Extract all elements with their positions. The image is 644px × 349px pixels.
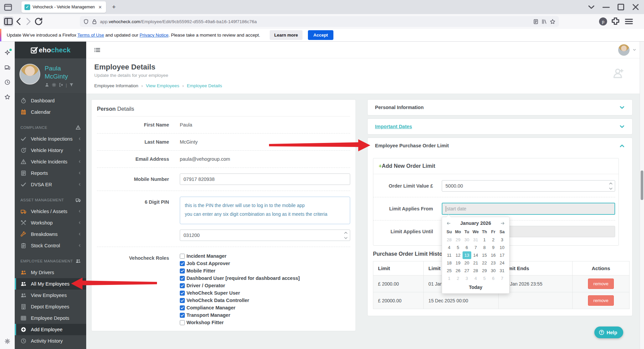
mobile-number-input[interactable] <box>180 173 350 185</box>
role-dashboard-user-required-for-dashboard-access[interactable]: Dashboard User [required for dashboard a… <box>180 276 350 281</box>
role-mobile-fitter[interactable]: Mobile Fitter <box>180 268 350 273</box>
sidebar-item-add-employee[interactable]: Add Employee <box>15 324 86 335</box>
calendar-day[interactable]: 28 <box>445 236 453 244</box>
sidebar-item-workshop[interactable]: Workshop <box>15 217 86 229</box>
calendar-day[interactable]: 21 <box>471 259 480 267</box>
calendar-day[interactable]: 31 <box>498 267 506 275</box>
calendar-day[interactable]: 2 <box>453 275 462 282</box>
role-workshop-fitter[interactable]: Workshop Fitter <box>180 320 350 325</box>
shield-icon[interactable] <box>83 19 89 24</box>
calendar-day[interactable]: 29 <box>453 236 462 244</box>
sidebar-item-view-employees[interactable]: View Employees <box>15 290 86 301</box>
calendar-day[interactable]: 27 <box>463 267 471 275</box>
checkbox-icon[interactable] <box>180 261 185 266</box>
restore-icon[interactable] <box>616 2 626 12</box>
reload-icon[interactable] <box>34 16 44 27</box>
accept-button[interactable]: Accept <box>308 30 333 40</box>
firefox-profile-icon[interactable]: p <box>599 17 607 26</box>
calendar-day[interactable]: 10 <box>498 244 506 251</box>
breadcrumb-link-view-employees[interactable]: View Employees <box>146 83 179 88</box>
save-to-library-icon[interactable] <box>541 19 547 24</box>
lock-icon[interactable] <box>92 19 97 24</box>
calendar-day[interactable]: 15 <box>480 251 489 259</box>
role-driver-operator[interactable]: Driver / Operator <box>180 283 350 288</box>
calendar-day[interactable]: 24 <box>498 259 506 267</box>
calendar-day[interactable]: 12 <box>453 251 462 259</box>
topbar-user[interactable] <box>618 44 637 56</box>
calendar-day[interactable]: 17 <box>498 251 506 259</box>
role-vehocheck-data-controller[interactable]: VehoCheck Data Controller <box>180 298 350 303</box>
calendar-day[interactable]: 5 <box>480 275 489 282</box>
sidebar-item-all-my-employees[interactable]: All My Employees <box>15 278 86 290</box>
sidebar-item-dashboard[interactable]: Dashboard <box>15 95 86 106</box>
checkbox-icon[interactable] <box>180 305 185 310</box>
sidebar-item-my-drivers[interactable]: My Drivers <box>15 267 86 278</box>
bookmarks-icon[interactable] <box>4 94 10 100</box>
calendar-day[interactable]: 30 <box>463 236 471 244</box>
checkbox-icon[interactable] <box>180 254 185 259</box>
checkbox-icon[interactable] <box>180 283 185 288</box>
extensions-icon[interactable] <box>610 16 621 27</box>
app-menu-icon[interactable] <box>624 16 634 27</box>
calendar-day[interactable]: 9 <box>489 244 497 251</box>
sidebar-item-reports[interactable]: Reports <box>15 167 86 179</box>
calendar-day[interactable]: 7 <box>498 275 506 282</box>
list-all-tabs-icon[interactable] <box>586 2 596 12</box>
calendar-day[interactable]: 31 <box>471 236 480 244</box>
calendar-day[interactable]: 8 <box>480 244 489 251</box>
calendar-day[interactable]: 30 <box>489 267 497 275</box>
calendar-day[interactable]: 16 <box>489 251 497 259</box>
previous-month-icon[interactable] <box>446 221 451 226</box>
close-icon[interactable] <box>631 2 641 12</box>
calendar-day[interactable]: 4 <box>471 275 480 282</box>
calendar-today-button[interactable]: Today <box>445 282 506 291</box>
calendar-day[interactable]: 25 <box>445 267 453 275</box>
user-avatar[interactable] <box>19 64 40 85</box>
forward-icon[interactable] <box>23 16 34 27</box>
calendar-day[interactable]: 2 <box>489 236 497 244</box>
remove-button[interactable]: remove <box>588 295 614 306</box>
page-scrollbar[interactable] <box>640 42 644 349</box>
accordion-personal-information[interactable]: Personal Information <box>367 99 633 115</box>
role-vehocheck-super-user[interactable]: VehoCheck Super User <box>180 290 350 296</box>
sidebar-item-breakdowns[interactable]: Breakdowns <box>15 229 86 240</box>
calendar-day[interactable]: 29 <box>480 267 489 275</box>
sidebar-item-stock-control[interactable]: Stock Control <box>15 240 86 251</box>
minimize-icon[interactable] <box>601 2 611 12</box>
scrollbar-thumb[interactable] <box>641 170 643 200</box>
sidebar-item-dvsa-er[interactable]: DVSA ER <box>15 179 86 190</box>
calendar-day[interactable]: 5 <box>453 244 462 251</box>
vehocheck-logo[interactable]: ehocheck <box>15 42 86 58</box>
calendar-day[interactable]: 22 <box>480 259 489 267</box>
calendar-day[interactable]: 26 <box>453 267 462 275</box>
calendar-day[interactable]: 7 <box>471 244 480 251</box>
checkbox-icon[interactable] <box>180 268 185 273</box>
remove-button[interactable]: remove <box>588 279 614 289</box>
sidebar-item-activity-history[interactable]: Activity History <box>15 335 86 347</box>
filter-icon[interactable] <box>69 83 74 87</box>
next-month-icon[interactable] <box>500 221 505 226</box>
bookmark-star-icon[interactable] <box>550 19 555 24</box>
calendar-day[interactable]: 3 <box>463 275 471 282</box>
calendar-day[interactable]: 3 <box>498 236 506 244</box>
calendar-day[interactable]: 6 <box>489 275 497 282</box>
back-icon[interactable] <box>13 16 23 27</box>
calendar-day[interactable]: 20 <box>463 259 471 267</box>
checkbox-icon[interactable] <box>180 298 185 303</box>
help-button[interactable]: Help <box>594 327 623 338</box>
calendar-day[interactable]: 4 <box>445 244 453 251</box>
reader-view-icon[interactable] <box>533 19 539 24</box>
firefox-view-icon[interactable] <box>3 2 13 12</box>
role-job-cost-approver[interactable]: Job Cost Approver <box>180 261 350 266</box>
calendar-day[interactable]: 19 <box>453 259 462 267</box>
checkbox-icon[interactable] <box>180 291 185 296</box>
url-bar[interactable]: app.vehocheck.com/Employee/Edit/9cb55992… <box>80 16 559 27</box>
ai-chatbot-icon[interactable] <box>4 50 10 56</box>
number-spinner-icon[interactable] <box>343 232 348 239</box>
menu-toggle-icon[interactable] <box>94 46 101 54</box>
profile-person-icon[interactable] <box>45 83 49 87</box>
sidebar-item-vehicle-history[interactable]: Vehicle History <box>15 145 86 156</box>
calendar-day[interactable]: 11 <box>445 251 453 259</box>
sidebar-item-employee-depots[interactable]: Employee Depots <box>15 312 86 324</box>
topbar-avatar[interactable] <box>618 44 630 56</box>
